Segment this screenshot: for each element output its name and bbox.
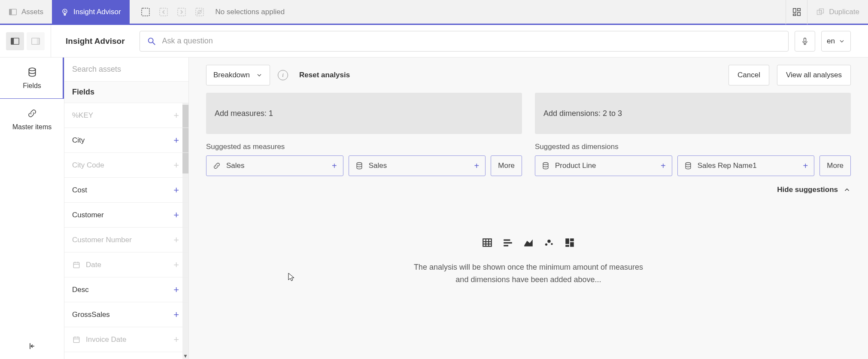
- panel-icon: [9, 8, 17, 16]
- cancel-label: Cancel: [737, 71, 760, 79]
- grid-view-button[interactable]: [786, 0, 807, 24]
- chip-add-button[interactable]: +: [803, 161, 808, 171]
- chip-label: Sales Rep Name1: [698, 161, 757, 170]
- dimension-chip[interactable]: Sales Rep Name1+: [677, 155, 815, 176]
- analysis-toolbar: Breakdown i Reset analysis Cancel View a…: [206, 58, 851, 93]
- add-field-button[interactable]: +: [173, 284, 179, 295]
- calendar-icon: [72, 261, 82, 269]
- search-icon: [147, 37, 156, 46]
- db-icon: [541, 161, 550, 170]
- assets-tab[interactable]: Assets: [0, 0, 52, 24]
- nav-master-items[interactable]: Master items: [0, 99, 64, 140]
- left-nav: Fields Master items: [0, 58, 64, 359]
- language-selector[interactable]: en: [821, 31, 851, 52]
- add-field-button[interactable]: +: [173, 309, 179, 320]
- db-icon: [684, 161, 692, 170]
- chart-type-icons: [482, 237, 575, 248]
- field-label: Customer: [72, 211, 104, 219]
- suggested-measures: Suggested as measures Sales+Sales+More: [206, 143, 522, 176]
- selection-tools: No selections applied: [130, 6, 285, 18]
- empty-state: The analysis will be shown once the mini…: [206, 194, 851, 359]
- dimensions-dropzone[interactable]: Add dimensions: 2 to 3: [535, 93, 851, 134]
- insight-advisor-tab[interactable]: Insight Advisor: [52, 0, 130, 24]
- measure-more-button[interactable]: More: [491, 155, 522, 176]
- right-panel-toggle[interactable]: [27, 32, 45, 50]
- field-label: Cost: [72, 186, 87, 195]
- question-input[interactable]: [162, 37, 781, 46]
- chip-label: Product Line: [555, 161, 596, 170]
- dropdown-label: Breakdown: [213, 71, 250, 79]
- treemap-icon: [564, 237, 575, 248]
- assets-search[interactable]: [64, 58, 188, 82]
- selection-back-icon[interactable]: [158, 6, 169, 18]
- field-row[interactable]: City Code+: [64, 153, 188, 178]
- question-search[interactable]: [140, 31, 789, 52]
- suggested-dimensions-label: Suggested as dimensions: [535, 143, 851, 151]
- hide-suggestions-toggle[interactable]: Hide suggestions: [206, 186, 851, 194]
- field-label: City: [72, 136, 85, 145]
- nav-master-label: Master items: [12, 123, 52, 131]
- selection-box-icon[interactable]: [140, 6, 151, 18]
- db-icon: [355, 161, 364, 170]
- selection-forward-icon[interactable]: [176, 6, 187, 18]
- measure-chip[interactable]: Sales+: [349, 155, 486, 176]
- field-row[interactable]: Invoice Date+: [64, 327, 188, 352]
- dimension-chip[interactable]: Product Line+: [535, 155, 672, 176]
- field-row[interactable]: Date+: [64, 253, 188, 277]
- lang-label: en: [827, 37, 835, 46]
- selection-clear-icon[interactable]: [194, 6, 205, 18]
- field-label: GrossSales: [72, 310, 110, 319]
- field-label: Invoice Date: [86, 335, 127, 344]
- field-label: City Code: [72, 161, 104, 170]
- top-toolbar: Assets Insight Advisor No selections app…: [0, 0, 868, 25]
- field-row[interactable]: %KEY+: [64, 103, 188, 128]
- field-row[interactable]: GrossSales+: [64, 302, 188, 327]
- scroll-down-icon[interactable]: ▼: [183, 353, 188, 359]
- analysis-type-dropdown[interactable]: Breakdown: [206, 65, 270, 85]
- fields-list: ▼ %KEY+City+City Code+Cost+Customer+Cust…: [64, 103, 188, 359]
- add-field-button[interactable]: +: [173, 160, 179, 171]
- assets-label: Assets: [21, 8, 43, 16]
- chevron-up-icon: [843, 186, 851, 194]
- field-row[interactable]: Desc+: [64, 277, 188, 302]
- collapse-icon: [28, 342, 36, 350]
- view-all-button[interactable]: View all analyses: [777, 65, 851, 85]
- dimensions-zone-label: Add dimensions: 2 to 3: [543, 109, 622, 118]
- 000[interactable]: Cancel: [728, 65, 769, 85]
- scatter-icon: [543, 237, 555, 248]
- duplicate-button[interactable]: Duplicate: [807, 0, 868, 24]
- field-row[interactable]: City+: [64, 128, 188, 153]
- info-icon[interactable]: i: [278, 70, 288, 80]
- chip-add-button[interactable]: +: [661, 161, 666, 171]
- assets-search-input[interactable]: [72, 65, 181, 74]
- mic-icon: [801, 37, 809, 46]
- add-field-button[interactable]: +: [173, 234, 179, 246]
- field-row[interactable]: Customer+: [64, 203, 188, 228]
- add-field-button[interactable]: +: [173, 334, 179, 345]
- chip-add-button[interactable]: +: [474, 161, 480, 171]
- field-label: Customer Number: [72, 236, 132, 244]
- add-field-button[interactable]: +: [173, 185, 179, 196]
- field-row[interactable]: Cost+: [64, 178, 188, 203]
- db-icon: [27, 67, 38, 78]
- collapse-sidebar[interactable]: [0, 333, 64, 359]
- add-field-button[interactable]: +: [173, 259, 179, 271]
- field-label: Desc: [72, 286, 89, 294]
- measure-chip[interactable]: Sales+: [206, 155, 343, 176]
- left-panel-toggle[interactable]: [6, 32, 24, 50]
- add-field-button[interactable]: +: [173, 110, 179, 121]
- empty-text-2: and dimensions have been added above...: [414, 274, 643, 286]
- hide-suggestions-label: Hide suggestions: [777, 186, 838, 194]
- add-field-button[interactable]: +: [173, 135, 179, 146]
- field-row[interactable]: Customer Number+: [64, 228, 188, 253]
- dimension-more-button[interactable]: More: [819, 155, 851, 176]
- measures-dropzone[interactable]: Add measures: 1: [206, 93, 522, 134]
- chip-add-button[interactable]: +: [332, 161, 337, 171]
- add-field-button[interactable]: +: [173, 210, 179, 221]
- duplicate-icon: [816, 8, 825, 16]
- mic-button[interactable]: [795, 31, 815, 52]
- empty-text-1: The analysis will be shown once the mini…: [414, 261, 643, 274]
- nav-fields[interactable]: Fields: [0, 58, 64, 99]
- field-label: Date: [86, 261, 101, 269]
- reset-analysis-link[interactable]: Reset analysis: [299, 71, 350, 79]
